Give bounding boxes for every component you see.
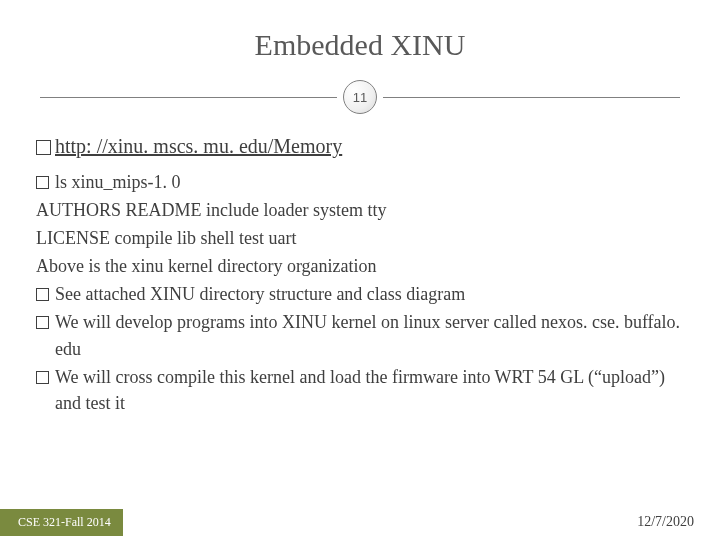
body-text: Above is the xinu kernel directory organ… xyxy=(36,253,684,279)
divider-line-left xyxy=(40,97,337,98)
title-divider: 11 xyxy=(0,80,720,114)
body-text: We will cross compile this kernel and lo… xyxy=(55,364,684,416)
square-bullet-icon xyxy=(36,176,49,189)
square-bullet-icon xyxy=(36,316,49,329)
bullet-line: See attached XINU directory structure an… xyxy=(36,281,684,307)
footer-course-label: CSE 321-Fall 2014 xyxy=(0,509,123,536)
bullet-line: We will cross compile this kernel and lo… xyxy=(36,364,684,416)
body-text: ls xinu_mips-1. 0 xyxy=(55,169,684,195)
square-bullet-icon xyxy=(36,140,51,155)
body-text: AUTHORS README include loader system tty xyxy=(36,197,684,223)
slide-title: Embedded XINU xyxy=(0,0,720,76)
body-block: ls xinu_mips-1. 0 AUTHORS README include… xyxy=(36,169,684,416)
square-bullet-icon xyxy=(36,371,49,384)
link-row: http: //xinu. mscs. mu. edu/Memory xyxy=(36,132,684,161)
memory-link[interactable]: http: //xinu. mscs. mu. edu/Memory xyxy=(55,132,342,161)
slide: Embedded XINU 11 http: //xinu. mscs. mu.… xyxy=(0,0,720,540)
bullet-line: We will develop programs into XINU kerne… xyxy=(36,309,684,361)
footer-date: 12/7/2020 xyxy=(637,514,694,530)
slide-content: http: //xinu. mscs. mu. edu/Memory ls xi… xyxy=(0,132,720,416)
body-text: See attached XINU directory structure an… xyxy=(55,281,684,307)
body-text: LICENSE compile lib shell test uart xyxy=(36,225,684,251)
divider-line-right xyxy=(383,97,680,98)
square-bullet-icon xyxy=(36,288,49,301)
bullet-line: ls xinu_mips-1. 0 xyxy=(36,169,684,195)
slide-footer: CSE 321-Fall 2014 12/7/2020 xyxy=(0,508,720,540)
page-number-badge: 11 xyxy=(343,80,377,114)
body-text: We will develop programs into XINU kerne… xyxy=(55,309,684,361)
